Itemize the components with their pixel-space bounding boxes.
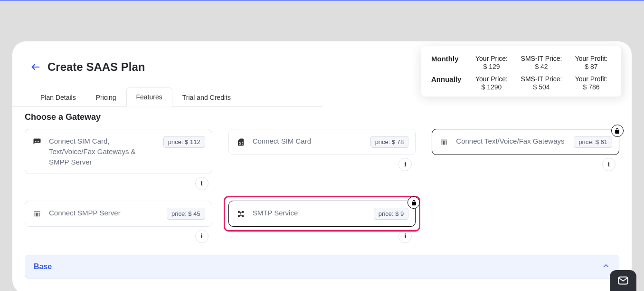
gateway-card-sim-text-voice-fax-smpp[interactable]: Connect SIM Card, Text/Voice/Fax Gateway… xyxy=(25,129,212,174)
gateway-label: Connect SIM Card, Text/Voice/Fax Gateway… xyxy=(49,136,157,167)
help-mail-button[interactable] xyxy=(610,270,636,291)
tree-icon xyxy=(236,209,246,219)
tab-features[interactable]: Features xyxy=(126,87,172,107)
gate-icon xyxy=(439,137,449,147)
page-title: Create SAAS Plan xyxy=(47,60,145,74)
gate-icon xyxy=(32,209,42,219)
gateway-price: price: $ 9 xyxy=(374,208,408,220)
tab-pricing[interactable]: Pricing xyxy=(86,88,126,107)
summary-annually-your-price: Your Price: $ 1290 xyxy=(470,75,513,91)
info-button[interactable]: i xyxy=(195,230,208,243)
gateway-label: Connect SIM Card xyxy=(253,136,364,146)
tabs: Plan Details Pricing Features Trial and … xyxy=(12,87,322,107)
gateway-label: Connect Text/Voice/Fax Gateways xyxy=(456,136,567,146)
pricing-summary-card: Monthly Your Price: $ 129 SMS-IT Price: … xyxy=(421,46,623,97)
lock-icon xyxy=(407,196,420,209)
gateway-price: price: $ 78 xyxy=(370,136,409,148)
info-button[interactable]: i xyxy=(398,158,412,171)
gateway-price: price: $ 112 xyxy=(163,136,205,148)
chevron-up-icon xyxy=(602,262,610,272)
summary-monthly-your-price: Your Price: $ 129 xyxy=(470,55,513,70)
gateway-grid: Connect SIM Card, Text/Voice/Fax Gateway… xyxy=(12,129,632,243)
tab-trial-credits[interactable]: Trial and Credits xyxy=(172,88,241,107)
summary-period-monthly: Monthly xyxy=(431,55,465,70)
info-button[interactable]: i xyxy=(195,177,208,190)
main-panel: Monthly Your Price: $ 129 SMS-IT Price: … xyxy=(12,41,632,291)
gateway-label: SMTP Service xyxy=(253,208,367,218)
section-title: Choose a Gateway xyxy=(12,107,632,122)
gateway-label: Connect SMPP Server xyxy=(49,208,160,218)
summary-annually-profit: Your Profit: $ 786 xyxy=(570,75,613,91)
chat-icon xyxy=(32,137,42,147)
summary-annually-smsit-price: SMS-IT Price: $ 504 xyxy=(518,75,565,91)
summary-monthly-profit: Your Profit: $ 87 xyxy=(570,55,613,70)
back-arrow-icon[interactable] xyxy=(30,62,41,72)
gateway-price: price: $ 61 xyxy=(574,136,612,148)
gateway-card-smtp-service[interactable]: SMTP Service price: $ 9 xyxy=(228,201,416,227)
gateway-card-text-voice-fax-gateways[interactable]: Connect Text/Voice/Fax Gateways price: $… xyxy=(432,129,619,155)
accordion-title: Base xyxy=(34,262,52,271)
gateway-price: price: $ 45 xyxy=(167,208,205,220)
gateway-card-sim-card[interactable]: Connect SIM Card price: $ 78 xyxy=(228,129,416,155)
accordion-base[interactable]: Base xyxy=(25,255,619,279)
gateway-card-smpp-server[interactable]: Connect SMPP Server price: $ 45 xyxy=(25,201,212,227)
tab-plan-details[interactable]: Plan Details xyxy=(30,88,86,107)
summary-period-annually: Annually xyxy=(431,75,465,91)
sim-icon xyxy=(236,137,246,147)
info-button[interactable]: i xyxy=(602,158,616,171)
info-button[interactable]: i xyxy=(398,230,412,243)
lock-icon xyxy=(611,125,624,137)
summary-monthly-smsit-price: SMS-IT Price: $ 42 xyxy=(518,55,565,70)
